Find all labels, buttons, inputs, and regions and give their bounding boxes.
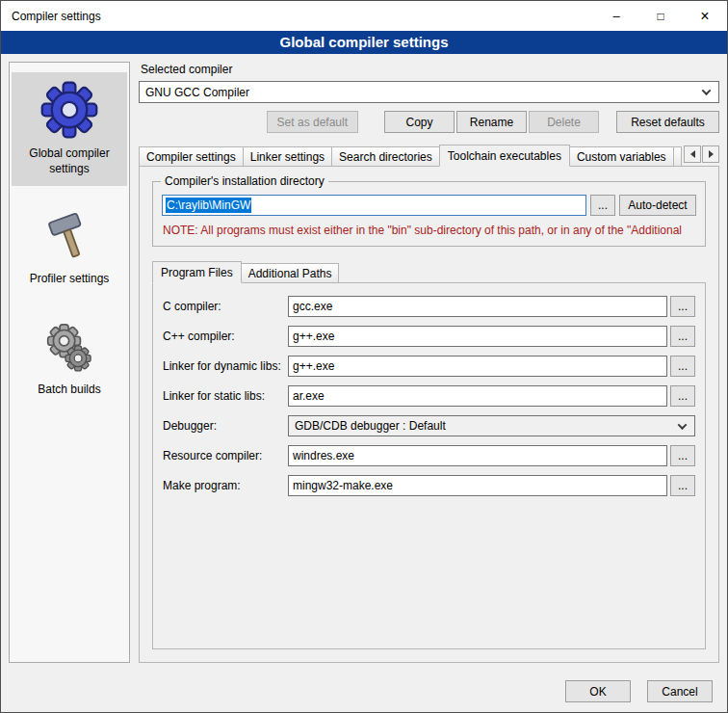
tab-scroll-right-button[interactable] [702, 145, 719, 163]
gray-gears-icon [41, 320, 97, 376]
selected-compiler-label: Selected compiler [141, 63, 719, 76]
installation-directory-group-title: Compiler's installation directory [161, 174, 328, 188]
field-label: Make program: [163, 479, 288, 492]
browse-directory-button[interactable]: ... [590, 195, 615, 216]
cancel-button[interactable]: Cancel [647, 680, 713, 702]
installation-directory-input[interactable]: C:\raylib\MinGW [162, 195, 586, 216]
form-row: Make program: ... [163, 475, 695, 496]
dialog-body: Global compiler settings Profiler settin… [1, 54, 727, 671]
copy-button[interactable]: Copy [384, 111, 455, 133]
field-label: Resource compiler: [163, 449, 288, 462]
debugger-dropdown[interactable]: GDB/CDB debugger : Default [288, 415, 695, 436]
browse-button[interactable]: ... [670, 475, 695, 496]
compiler-settings-window: { "colors": { "header-bg": "#0b3d91", "n… [0, 0, 728, 713]
settings-tabstrip: Compiler settings Linker settings Search… [139, 144, 719, 166]
c-compiler-input[interactable] [288, 296, 667, 317]
set-as-default-button[interactable]: Set as default [267, 111, 358, 133]
program-files-panel: C compiler: ... C++ compiler: ... Linker… [152, 282, 706, 649]
dialog-footer: OK Cancel [1, 671, 727, 712]
linker-dynamic-input[interactable] [288, 356, 667, 377]
main-area: Selected compiler GNU GCC Compiler Set a… [139, 62, 719, 663]
form-row: Debugger: GDB/CDB debugger : Default [163, 415, 695, 436]
field-label: Linker for static libs: [163, 389, 288, 403]
tab-additional-paths[interactable]: Additional Paths [241, 263, 340, 282]
chevron-down-icon [678, 420, 688, 430]
tab-scroll-buttons [684, 145, 719, 163]
tab-toolchain-executables[interactable]: Toolchain executables [439, 145, 570, 167]
field-label: Debugger: [163, 419, 288, 433]
ok-button[interactable]: OK [565, 680, 631, 702]
linker-static-input[interactable] [288, 385, 667, 407]
selected-compiler-dropdown[interactable]: GNU GCC Compiler [139, 81, 719, 103]
right-arrow-icon [709, 150, 714, 158]
window-title: Compiler settings [12, 10, 101, 23]
reset-defaults-button[interactable]: Reset defaults [616, 111, 719, 133]
installation-directory-group: Compiler's installation directory C:\ray… [152, 181, 706, 247]
toolchain-executables-panel: Compiler's installation directory C:\ray… [139, 166, 719, 663]
window-controls: – □ × [594, 1, 727, 31]
tab-linker-settings[interactable]: Linker settings [243, 146, 332, 166]
field-label: Linker for dynamic libs: [163, 359, 288, 373]
bin-subdirectory-note: NOTE: All programs must exist either in … [163, 224, 695, 237]
left-arrow-icon [690, 150, 695, 158]
tab-search-directories[interactable]: Search directories [331, 146, 440, 166]
tab-custom-variables[interactable]: Custom variables [569, 146, 674, 166]
installation-directory-value: C:\raylib\MinGW [166, 198, 251, 213]
tab-scroll-left-button[interactable] [684, 145, 701, 163]
dialog-header-title: Global compiler settings [1, 31, 727, 54]
field-label: C compiler: [163, 300, 288, 313]
sidebar-item-label: Profiler settings [30, 272, 110, 287]
sidebar-item-profiler-settings[interactable]: Profiler settings [12, 201, 127, 297]
program-files-tabstrip: Program Files Additional Paths [152, 260, 706, 282]
auto-detect-button[interactable]: Auto-detect [619, 195, 696, 216]
settings-category-list: Global compiler settings Profiler settin… [9, 62, 130, 663]
sidebar-item-batch-builds[interactable]: Batch builds [12, 312, 127, 408]
make-program-input[interactable] [288, 475, 667, 496]
titlebar: Compiler settings – □ × [1, 1, 727, 31]
form-row: C compiler: ... [163, 296, 695, 317]
form-row: Resource compiler: ... [163, 445, 695, 466]
tab-compiler-settings[interactable]: Compiler settings [139, 146, 244, 166]
minimize-button[interactable]: – [594, 1, 638, 31]
sidebar-item-global-compiler-settings[interactable]: Global compiler settings [12, 72, 127, 186]
profiler-hammer-icon [41, 209, 97, 265]
selected-compiler-value: GNU GCC Compiler [145, 86, 697, 99]
tab-build-options[interactable]: Buil [673, 146, 682, 166]
browse-button[interactable]: ... [670, 296, 695, 317]
maximize-button[interactable]: □ [638, 1, 683, 31]
rename-button[interactable]: Rename [456, 111, 527, 133]
tab-program-files[interactable]: Program Files [152, 261, 242, 283]
cpp-compiler-input[interactable] [288, 326, 667, 347]
close-button[interactable]: × [683, 1, 727, 31]
browse-button[interactable]: ... [670, 356, 695, 377]
form-row: C++ compiler: ... [163, 326, 695, 347]
form-row: Linker for static libs: ... [163, 385, 695, 407]
browse-button[interactable]: ... [670, 326, 695, 347]
field-label: C++ compiler: [163, 330, 288, 343]
browse-button[interactable]: ... [670, 385, 695, 407]
resource-compiler-input[interactable] [288, 445, 667, 466]
chevron-down-icon [702, 86, 712, 95]
browse-button[interactable]: ... [670, 445, 695, 466]
sidebar-item-label: Batch builds [38, 383, 100, 398]
compiler-actions: Set as default Copy Rename Delete Reset … [139, 111, 719, 133]
debugger-value: GDB/CDB debugger : Default [295, 419, 673, 433]
delete-button[interactable]: Delete [529, 111, 599, 133]
form-row: Linker for dynamic libs: ... [163, 356, 695, 377]
installation-directory-row: C:\raylib\MinGW ... Auto-detect [162, 195, 696, 216]
sidebar-item-label: Global compiler settings [13, 146, 125, 176]
blue-gear-icon [39, 80, 99, 140]
